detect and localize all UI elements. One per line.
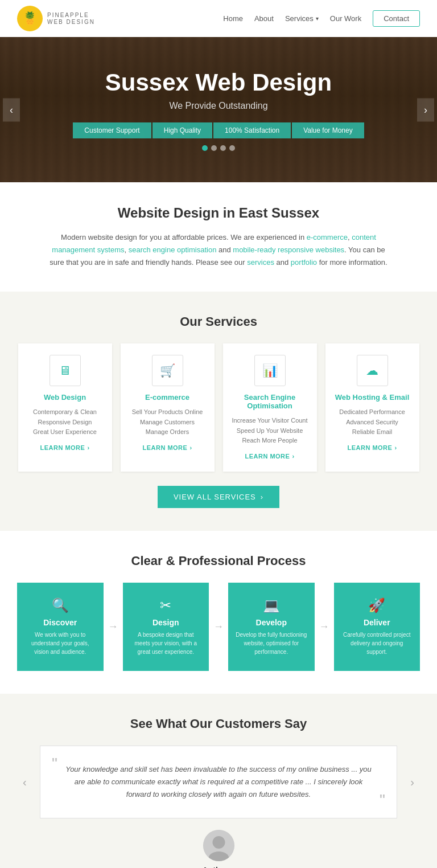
about-link-seo[interactable]: search engine optimisation (129, 245, 217, 254)
service-title-2: Search Engine Optimisation (232, 393, 308, 410)
quote-open-icon: " (52, 755, 57, 773)
testimonial-next-button[interactable]: › (410, 776, 414, 789)
author-name: Anthony (203, 866, 235, 868)
ecommerce-icon: 🛒 (152, 355, 183, 386)
process-arrow-2: → (315, 621, 334, 633)
process-step-title-0: Discover (43, 618, 77, 627)
hero-dot-0[interactable] (202, 145, 208, 151)
nav-our-work[interactable]: Our Work (330, 14, 361, 23)
hero-badge-2: 100% Satisfaction (213, 122, 291, 138)
service-desc-0: Contemporary & Clean Responsive Design G… (27, 407, 104, 437)
hero-dot-2[interactable] (220, 145, 226, 151)
about-section: Website Design in East Sussex Modern web… (0, 182, 437, 292)
hero-dots (73, 145, 364, 151)
hero-badge-1: High Quality (152, 122, 212, 138)
services-section: Our Services 🖥 Web Design Contemporary &… (0, 292, 437, 531)
services-title: Our Services (17, 314, 420, 329)
about-link-responsive[interactable]: mobile-ready responsive websites (233, 245, 344, 254)
svg-point-1 (212, 836, 225, 849)
logo[interactable]: 🍍 PINEAPPLE WEB DESIGN (17, 6, 95, 31)
deliver-icon: 🚀 (368, 597, 385, 613)
services-grid: 🖥 Web Design Contemporary & Clean Respon… (17, 343, 420, 472)
testimonial-prev-button[interactable]: ‹ (23, 776, 27, 789)
service-card-1: 🛒 E-commerce Sell Your Products Online M… (121, 343, 215, 472)
process-arrow-1: → (209, 621, 228, 633)
quote-close-icon: " (380, 791, 385, 809)
process-step-0: 🔍 Discover We work with you to understan… (17, 583, 104, 671)
logo-text: PINEAPPLE WEB DESIGN (47, 12, 95, 26)
process-arrow-0: → (104, 621, 123, 633)
service-desc-2: Increase Your Visitor Count Speed Up You… (232, 416, 308, 446)
process-step-3: 🚀 Deliver Carefully controlled project d… (334, 583, 420, 671)
process-step-2: 💻 Develop Develop the fully functioning … (228, 583, 315, 671)
hero-badge-0: Customer Support (73, 122, 151, 138)
hero-section: ‹ Sussex Web Design We Provide Outstandi… (0, 37, 437, 182)
learn-more-1[interactable]: LEARN MORE › (142, 444, 192, 451)
service-card-0: 🖥 Web Design Contemporary & Clean Respon… (18, 343, 112, 472)
web-design-icon: 🖥 (50, 355, 81, 386)
hero-badges: Customer Support High Quality 100% Satis… (73, 122, 364, 138)
hero-prev-button[interactable]: ‹ (3, 98, 20, 121)
service-title-1: E-commerce (129, 393, 206, 402)
testimonials-title: See What Our Customers Say (17, 716, 420, 731)
nav-about[interactable]: About (254, 14, 274, 23)
process-section: Clear & Professional Process 🔍 Discover … (0, 531, 437, 694)
hero-dot-3[interactable] (229, 145, 235, 151)
about-link-portfolio[interactable]: portfolio (291, 258, 317, 267)
service-card-3: ☁ Web Hosting & Email Dedicated Performa… (325, 343, 419, 472)
chevron-down-icon: ▾ (316, 15, 319, 22)
process-step-desc-0: We work with you to understand your goal… (24, 630, 97, 656)
seo-icon: 📊 (254, 355, 286, 386)
learn-more-2[interactable]: LEARN MORE › (245, 453, 294, 460)
testimonial-text: Your knowledge and skill set has been in… (63, 763, 374, 801)
service-card-2: 📊 Search Engine Optimisation Increase Yo… (223, 343, 317, 472)
hero-subtitle: We Provide Outstanding (73, 101, 364, 111)
about-title: Website Design in East Sussex (46, 205, 391, 221)
hero-next-button[interactable]: › (417, 98, 434, 121)
design-icon: ✂ (160, 597, 171, 613)
process-step-1: ✂ Design A bespoke design that meets you… (123, 583, 209, 671)
service-title-0: Web Design (27, 393, 104, 402)
testimonials-wrapper: ‹ " Your knowledge and skill set has bee… (17, 746, 420, 818)
navbar: 🍍 PINEAPPLE WEB DESIGN Home About Servic… (0, 0, 437, 37)
process-step-desc-1: A bespoke design that meets your vision,… (130, 630, 203, 656)
about-text: Modern website design for you at afforda… (46, 231, 391, 269)
testimonial-box: " Your knowledge and skill set has been … (40, 746, 397, 818)
about-link-services[interactable]: services (247, 258, 274, 267)
discover-icon: 🔍 (52, 597, 69, 613)
learn-more-0[interactable]: LEARN MORE › (40, 444, 89, 451)
process-step-title-3: Deliver (364, 618, 390, 627)
nav-home[interactable]: Home (223, 14, 243, 23)
logo-icon: 🍍 (17, 6, 43, 31)
develop-icon: 💻 (263, 597, 280, 613)
hero-content: Sussex Web Design We Provide Outstanding… (61, 58, 375, 162)
testimonial-author: Anthony Loxfield Distribution Ltd (17, 830, 420, 868)
hero-badge-3: Value for Money (292, 122, 364, 138)
nav-links: Home About Services ▾ Our Work Contact (223, 10, 420, 27)
service-desc-3: Dedicated Performance Advanced Security … (334, 407, 411, 437)
process-title: Clear & Professional Process (17, 554, 420, 568)
about-link-ecommerce[interactable]: e-commerce (307, 233, 348, 241)
hosting-icon: ☁ (357, 355, 388, 386)
service-desc-1: Sell Your Products Online Manage Custome… (129, 407, 206, 437)
view-all-services-button[interactable]: VIEW ALL SERVICES › (158, 486, 279, 508)
learn-more-3[interactable]: LEARN MORE › (347, 444, 397, 451)
pineapple-emoji: 🍍 (22, 11, 38, 26)
hero-title: Sussex Web Design (73, 69, 364, 96)
process-step-desc-3: Carefully controlled project delivery an… (341, 630, 414, 656)
service-title-3: Web Hosting & Email (334, 393, 411, 402)
nav-services[interactable]: Services ▾ (285, 14, 319, 23)
process-steps: 🔍 Discover We work with you to understan… (17, 583, 420, 671)
process-step-title-2: Develop (256, 618, 287, 627)
testimonials-section: See What Our Customers Say ‹ " Your know… (0, 694, 437, 868)
hero-dot-1[interactable] (211, 145, 217, 151)
process-step-title-1: Design (152, 618, 179, 627)
nav-contact-button[interactable]: Contact (373, 10, 420, 27)
author-avatar (203, 830, 234, 861)
process-step-desc-2: Develop the fully functioning website, o… (235, 630, 308, 656)
